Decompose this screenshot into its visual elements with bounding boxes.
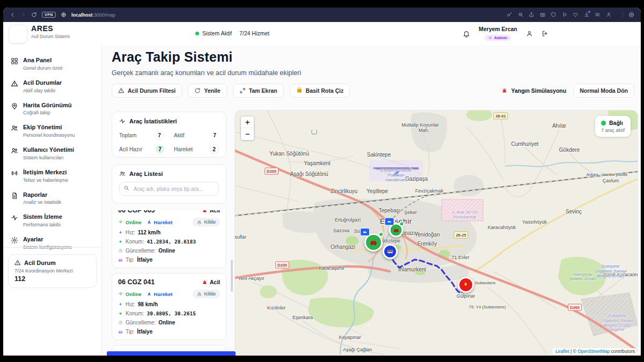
sidebar-item-ana-panel[interactable]: Ana PanelGenel durum özeti — [3, 53, 101, 75]
sidebar-item-sublabel: Performans takibi — [23, 222, 62, 227]
speed-row: Hız:98 km/h — [118, 301, 220, 307]
stat-value: 7 — [155, 130, 164, 140]
vehicle-search-input[interactable] — [119, 182, 219, 196]
alert-badge: Acil — [202, 279, 220, 285]
role-badge: Admin — [485, 35, 511, 41]
sidebar-item-ekip[interactable]: Ekip YönetimiPersonel koordinasyonu — [3, 120, 101, 142]
search-icon — [123, 185, 129, 191]
page-subtitle: Gerçek zamanlı araç konumları ve acil du… — [112, 69, 301, 77]
fire-simulation-button[interactable]: Yangın Simülasyonu — [501, 87, 566, 94]
vehicle-blue-marker[interactable] — [383, 244, 398, 259]
sidebar-footer: Acil Durum 7/24 Koordinasyon Merkezi 112 — [3, 247, 101, 294]
users-icon — [119, 171, 126, 177]
key-icon[interactable] — [507, 12, 513, 18]
vehicle-list-card: Araç Listesi — [112, 164, 226, 204]
route-layer — [235, 110, 638, 354]
zoom-in-button[interactable]: + — [241, 116, 254, 128]
user-block[interactable]: Meryem Ercan Admin — [479, 26, 517, 42]
vehicle-card[interactable]: 06 CGZ 041 Acil Online Hareket Kilitle H… — [112, 273, 226, 340]
back-icon[interactable] — [10, 12, 16, 18]
sidebar-item-label: Ekip Yönetimi — [23, 124, 75, 131]
sidebar-item-raporlar[interactable]: RaporlarAnaliz ve istatistik — [3, 187, 101, 210]
lock-button[interactable]: Kilitle — [193, 290, 220, 298]
sidebar-item-sublabel: Sistem kullanıcıları — [23, 155, 74, 160]
vehicle-green-marker[interactable] — [364, 233, 383, 252]
sidebar-item-harita[interactable]: Harita GörünümüCoğrafi takip — [3, 98, 101, 120]
sidebar-item-label: Ayarlar — [23, 236, 72, 243]
vehicle-tag-icon — [385, 218, 394, 226]
bottom-blue-bar — [107, 351, 236, 356]
draw-route-button[interactable]: Basit Rota Çiz — [290, 84, 350, 98]
activity-icon — [11, 214, 18, 227]
scrollbar-thumb[interactable] — [231, 260, 233, 292]
forward-icon[interactable] — [20, 12, 26, 18]
vehicle-card[interactable]: 06 CGP 665 Acil Online Hareket Kilitle H… — [112, 210, 226, 268]
camera-icon[interactable] — [540, 12, 546, 18]
sidebar-item-acil-durumlar[interactable]: Acil DurumlarAktif olay takibi — [3, 75, 101, 98]
vehicle-plate: 06 CGP 665 — [118, 210, 155, 214]
list-icon[interactable] — [595, 12, 601, 18]
url-field[interactable]: localhost:3000/map — [71, 12, 115, 18]
map[interactable]: Muttalip KoyunlarMah.AhılarCumhuriyetGök… — [235, 110, 638, 355]
sidebar-item-iletisim[interactable]: İletişim MerkeziTelsiz ve haberleşme — [3, 165, 101, 187]
car-icon — [118, 257, 123, 262]
warning-icon — [11, 80, 18, 93]
lock-button[interactable]: Kilitle — [193, 218, 220, 226]
vehicle-green-marker[interactable] — [389, 223, 404, 238]
sidebar-item-sublabel: Personel koordinasyonu — [23, 132, 75, 138]
app-subtitle: Acil Durum Sistemi — [31, 34, 70, 39]
sidebar-item-label: Raporlar — [23, 191, 61, 199]
fullscreen-button[interactable]: Tam Ekran — [233, 84, 284, 98]
profile-icon[interactable] — [606, 12, 612, 18]
browser-refresh-icon[interactable] — [31, 12, 37, 18]
notifications-bell-icon[interactable] — [463, 30, 470, 38]
update-row: Güncelleme:Online — [118, 320, 220, 326]
sidebar-item-kullanici[interactable]: Kullanıcı YönetimiSistem kullanıcıları — [3, 142, 101, 165]
type-row: Tip:İtfaiye — [118, 257, 220, 263]
update-row: Güncelleme:Online — [118, 248, 220, 254]
emergency-filter-button[interactable]: Acil Durum Filtesi — [112, 84, 182, 98]
report-icon — [11, 192, 18, 205]
vpn-badge[interactable]: VPN — [42, 12, 56, 18]
motion-status: Hareket — [147, 219, 173, 225]
car-icon — [118, 329, 123, 334]
shield-icon[interactable] — [551, 12, 557, 18]
type-row: Tip:İtfaiye — [118, 329, 220, 335]
location-row: Konum:41.2834, 28.6183 — [118, 239, 220, 245]
navigation-icon — [147, 219, 152, 225]
refresh-button[interactable]: Yenile — [188, 84, 226, 98]
toolbar: Acil Durum Filtesi Yenile Tam Ekran Basi… — [112, 84, 350, 98]
fire-marker[interactable] — [458, 277, 474, 293]
map-zoom-control: + − — [240, 116, 254, 141]
sidebar-item-sistem-izleme[interactable]: Sistem İzlemePerformans takibi — [3, 209, 101, 232]
logout-icon[interactable] — [541, 30, 548, 37]
osm-link[interactable]: OpenStreetMap — [577, 349, 610, 354]
play-icon[interactable] — [562, 12, 568, 18]
extensions-menu-icon[interactable] — [623, 12, 634, 18]
heart-icon[interactable] — [573, 12, 579, 18]
download-icon[interactable] — [584, 12, 590, 18]
sidebar-item-label: Sistem İzleme — [23, 213, 62, 221]
browser-extension-icons — [507, 12, 611, 18]
location-row: Konum:39.8805, 30.2615 — [118, 311, 220, 316]
profile-icon[interactable] — [526, 30, 533, 37]
warning-icon — [118, 87, 125, 94]
zoom-out-button[interactable]: − — [241, 128, 254, 140]
connection-status-label: Bağlı — [609, 120, 623, 126]
vehicle-stats-card: Araç İstatistikleri Toplam7 Aktif7 Acil … — [112, 112, 226, 158]
speed-row: Hız:112 km/h — [118, 230, 220, 235]
vehicle-scroll-list[interactable]: 06 CGP 665 Acil Online Hareket Kilitle H… — [112, 210, 226, 356]
zoom-icon[interactable] — [518, 12, 524, 18]
sidebar-item-sublabel: Aktif olay takibi — [23, 88, 62, 93]
screen: VPN localhost:3000/map ARES Acil Durum S… — [0, 0, 644, 362]
lock-icon — [197, 292, 202, 297]
globe-icon — [61, 12, 67, 18]
sidebar-item-sublabel: Telsiz ve haberleşme — [23, 178, 68, 183]
team-icon — [11, 124, 18, 138]
normal-mode-button[interactable]: Normal Moda Dön — [573, 84, 634, 98]
share-icon[interactable] — [529, 12, 535, 18]
leaflet-link[interactable]: Leaflet — [555, 349, 569, 354]
online-dot-icon — [399, 221, 405, 227]
emergency-number: 112 — [14, 275, 90, 283]
siren-icon — [202, 210, 208, 213]
